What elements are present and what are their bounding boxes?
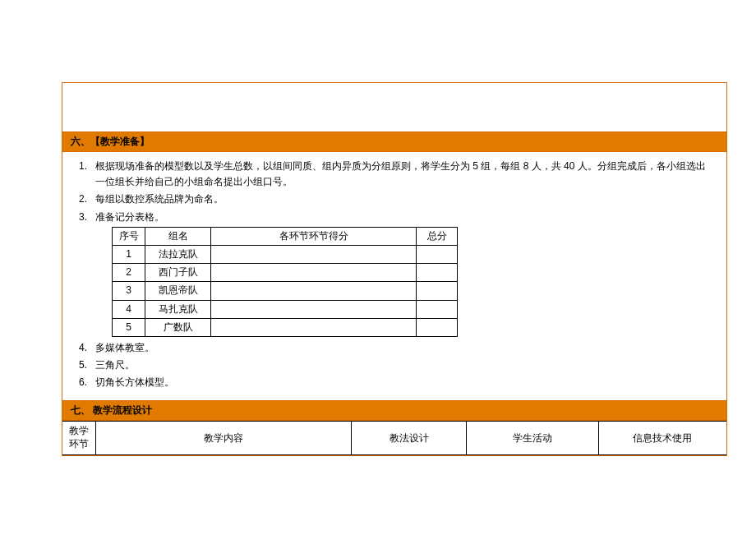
list-num: 3.	[79, 210, 95, 225]
score-cell-score	[211, 300, 417, 318]
list-item: 5. 三角尺。	[79, 357, 710, 373]
list-item: 1. 根据现场准备的模型数以及学生总数，以组间同质、组内异质为分组原则，将学生分…	[79, 159, 710, 190]
document-frame: 六、【教学准备】 1. 根据现场准备的模型数以及学生总数，以组间同质、组内异质为…	[62, 82, 727, 456]
table-row: 4 马扎克队	[113, 300, 458, 318]
score-header-total: 总分	[417, 227, 458, 245]
score-cell-name: 广数队	[145, 318, 211, 336]
score-cell-total	[417, 300, 458, 318]
table-row: 1 法拉克队	[113, 245, 458, 263]
score-header-name: 组名	[145, 227, 211, 245]
list-num: 2.	[79, 191, 95, 207]
score-cell-score	[211, 282, 417, 300]
score-cell-total	[417, 264, 458, 282]
score-header-score: 各环节环节得分	[211, 227, 417, 245]
table-row: 3 凯恩帝队	[113, 282, 458, 300]
table-row: 2 西门子队	[113, 264, 458, 282]
list-num: 6.	[79, 375, 95, 390]
flow-header-row: 教学环节 教学内容 教法设计 学生活动 信息技术使用	[62, 422, 726, 454]
list-text: 切角长方体模型。	[95, 375, 710, 390]
list-text: 多媒体教室。	[95, 340, 710, 356]
table-row: 5 广数队	[113, 318, 458, 336]
list-text: 准备记分表格。	[95, 210, 710, 225]
flow-col-content: 教学内容	[95, 422, 351, 454]
flow-col-tech: 信息技术使用	[598, 422, 726, 454]
list-num: 1.	[79, 159, 95, 190]
score-cell-name: 马扎克队	[145, 300, 211, 318]
score-cell-no: 3	[113, 282, 145, 300]
score-header-no: 序号	[113, 227, 145, 245]
table-header-row: 序号 组名 各环节环节得分 总分	[113, 227, 458, 245]
score-cell-total	[417, 245, 458, 263]
score-table: 序号 组名 各环节环节得分 总分 1 法拉克队 2 西门子队 3 凯恩帝队	[112, 227, 458, 337]
list-item: 4. 多媒体教室。	[79, 340, 710, 356]
score-cell-total	[417, 282, 458, 300]
list-item: 2. 每组以数控系统品牌为命名。	[79, 191, 710, 207]
flow-col-stage: 教学环节	[62, 422, 95, 454]
score-cell-name: 凯恩帝队	[145, 282, 211, 300]
score-cell-no: 2	[113, 264, 145, 282]
flow-col-activity: 学生活动	[467, 422, 599, 454]
section-7-header: 七、 教学流程设计	[62, 400, 726, 421]
section-6-content: 1. 根据现场准备的模型数以及学生总数，以组间同质、组内异质为分组原则，将学生分…	[62, 152, 726, 400]
score-cell-score	[211, 318, 417, 336]
list-text: 根据现场准备的模型数以及学生总数，以组间同质、组内异质为分组原则，将学生分为 5…	[95, 159, 710, 190]
list-text: 每组以数控系统品牌为命名。	[95, 191, 710, 207]
flow-table: 教学环节 教学内容 教法设计 学生活动 信息技术使用	[62, 421, 726, 454]
list-num: 5.	[79, 357, 95, 373]
score-cell-name: 西门子队	[145, 264, 211, 282]
list-text: 三角尺。	[95, 357, 710, 373]
score-cell-no: 5	[113, 318, 145, 336]
list-item: 6. 切角长方体模型。	[79, 375, 710, 390]
list-num: 4.	[79, 340, 95, 356]
section-6-header: 六、【教学准备】	[62, 132, 726, 152]
flow-col-method: 教法设计	[351, 422, 467, 454]
score-cell-no: 4	[113, 300, 145, 318]
score-cell-total	[417, 318, 458, 336]
list-item: 3. 准备记分表格。	[79, 210, 710, 225]
score-cell-name: 法拉克队	[145, 245, 211, 263]
score-cell-score	[211, 264, 417, 282]
score-cell-score	[211, 245, 417, 263]
top-empty-row	[62, 83, 726, 132]
score-cell-no: 1	[113, 245, 145, 263]
